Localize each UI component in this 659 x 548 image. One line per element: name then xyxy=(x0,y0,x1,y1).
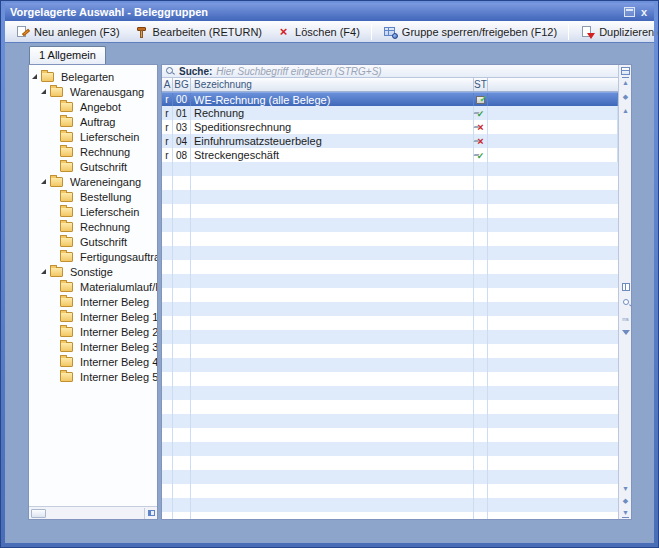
edit-icon xyxy=(134,25,149,39)
toolbar: Neu anlegen (F3) Bearbeiten (RETURN) × L… xyxy=(5,21,654,43)
cell-a: r xyxy=(162,148,173,162)
tree-horizontal-scrollbar[interactable] xyxy=(29,506,157,519)
tree-item-angebot[interactable]: Angebot xyxy=(29,99,157,114)
scroll-down-icon[interactable]: ▼ xyxy=(619,485,632,493)
edit-button[interactable]: Bearbeiten (RETURN) xyxy=(128,22,268,42)
search-rows-icon[interactable] xyxy=(619,299,632,307)
folder-icon xyxy=(60,372,73,382)
cell-bezeichnung: Rechnung xyxy=(191,106,474,120)
folder-icon xyxy=(60,192,73,202)
tree-item-sonstige[interactable]: Sonstige xyxy=(29,264,157,279)
new-document-icon xyxy=(15,25,30,39)
tree-item-interner-beleg-4[interactable]: Interner Beleg 4 (PPS) xyxy=(29,354,157,369)
tree-item-interner-beleg-3[interactable]: Interner Beleg 3 (PPS) xyxy=(29,339,157,354)
tree-item-interner-beleg-2[interactable]: Interner Beleg 2 (PPS) xyxy=(29,324,157,339)
tree-item-belegarten[interactable]: Belegarten xyxy=(29,69,157,84)
expander-icon[interactable] xyxy=(41,179,46,184)
tree-item-rechnung[interactable]: Rechnung xyxy=(29,144,157,159)
lock-group-button-label: Gruppe sperren/freigeben (F12) xyxy=(402,26,557,38)
tree-item-lieferschein[interactable]: Lieferschein xyxy=(29,129,157,144)
search-label: Suche: xyxy=(179,66,212,77)
scroll-up-icon[interactable]: ▲ xyxy=(619,107,632,115)
delete-button[interactable]: × Löschen (F4) xyxy=(270,22,366,42)
folder-icon xyxy=(50,87,63,97)
cell-bezeichnung: Streckengeschäft xyxy=(191,148,474,162)
table-row[interactable]: r 08 Streckengeschäft xyxy=(162,148,618,162)
tree-item-rechnung-we-selected[interactable]: Rechnung xyxy=(29,219,157,234)
folder-icon xyxy=(60,147,73,157)
table-row[interactable]: r 03 Speditionsrechnung xyxy=(162,120,618,134)
close-icon[interactable]: x xyxy=(639,7,649,17)
grid-search-row[interactable]: Suche: Hier Suchbegriff eingeben (STRG+S… xyxy=(162,65,631,78)
new-button[interactable]: Neu anlegen (F3) xyxy=(9,22,126,42)
folder-icon xyxy=(60,252,73,262)
tree-item-wareneingang[interactable]: Wareneingang xyxy=(29,174,157,189)
tree-item-warenausgang[interactable]: Warenausgang xyxy=(29,84,157,99)
cell-bezeichnung: Einfuhrumsatzsteuerbeleg xyxy=(191,134,474,148)
tree-item-gutschrift[interactable]: Gutschrift xyxy=(29,159,157,174)
restore-icon[interactable] xyxy=(624,7,635,17)
tree-item-gutschrift-we[interactable]: Gutschrift xyxy=(29,234,157,249)
folder-icon xyxy=(50,177,63,187)
scroll-marker-icon[interactable]: ◆ xyxy=(619,93,632,101)
dialog-window: Vorgelagerte Auswahl - Beleggruppen x Ne… xyxy=(0,0,659,548)
column-header-filler xyxy=(488,78,618,91)
delete-button-label: Löschen (F4) xyxy=(295,26,360,38)
cell-bg: 04 xyxy=(173,134,191,148)
cell-bg: 01 xyxy=(173,106,191,120)
column-header-bg[interactable]: BG xyxy=(173,78,191,91)
table-row[interactable]: r 04 Einfuhrumsatzsteuerbeleg xyxy=(162,134,618,148)
tree-item-interner-beleg[interactable]: Interner Beleg xyxy=(29,294,157,309)
cell-bg: 03 xyxy=(173,120,191,134)
duplicate-icon xyxy=(580,25,595,39)
folder-icon xyxy=(60,357,73,367)
folder-icon xyxy=(60,327,73,337)
tree-panel: Belegarten Warenausgang Angebot Auftrag … xyxy=(28,64,158,520)
records-count-icon[interactable]: ns xyxy=(619,315,632,323)
folder-icon xyxy=(60,207,73,217)
cell-bezeichnung: WE-Rechnung (alle Belege) xyxy=(191,93,474,106)
lock-group-button[interactable]: Gruppe sperren/freigeben (F12) xyxy=(377,22,563,42)
column-header-a[interactable]: A xyxy=(162,78,173,91)
duplicate-button[interactable]: Duplizieren (F8) xyxy=(574,22,659,42)
grid-tool-strip: ▲ ◆ ▲ ns ▼ ◆ ▼ xyxy=(618,65,631,519)
scroll-top-icon[interactable]: ▲ xyxy=(619,79,632,87)
tree-item-fertigungsauftrag[interactable]: Fertigungsauftrag (PPS) xyxy=(29,249,157,264)
scroll-bottom-icon[interactable]: ▼ xyxy=(619,509,632,517)
table-row[interactable]: r 00 WE-Rechnung (alle Belege) xyxy=(162,92,618,106)
cell-bg: 08 xyxy=(173,148,191,162)
expander-icon[interactable] xyxy=(32,74,37,79)
expander-icon[interactable] xyxy=(41,269,46,274)
columns-options-icon[interactable] xyxy=(619,283,632,293)
cell-a: r xyxy=(162,93,173,106)
client-area: Neu anlegen (F3) Bearbeiten (RETURN) × L… xyxy=(5,21,654,543)
duplicate-button-label: Duplizieren (F8) xyxy=(599,26,659,38)
scrollbar-thumb[interactable] xyxy=(31,509,46,518)
folder-icon xyxy=(60,342,73,352)
search-row-icon xyxy=(165,66,175,76)
cell-a: r xyxy=(162,120,173,134)
folder-icon xyxy=(60,282,73,292)
table-row[interactable]: r 01 Rechnung xyxy=(162,106,618,120)
folder-icon xyxy=(60,102,73,112)
cell-a: r xyxy=(162,134,173,148)
filter-icon[interactable] xyxy=(619,329,632,337)
column-chooser-icon[interactable] xyxy=(619,67,632,76)
search-placeholder: Hier Suchbegriff eingeben (STRG+S) xyxy=(216,66,381,77)
panel-toggle-button[interactable] xyxy=(144,508,157,519)
tree-item-materialumlauf[interactable]: Materialumlauf/Reparatur xyxy=(29,279,157,294)
tree-item-interner-beleg-1[interactable]: Interner Beleg 1 (PPS) xyxy=(29,309,157,324)
tree-item-auftrag[interactable]: Auftrag xyxy=(29,114,157,129)
folder-icon xyxy=(50,267,63,277)
tree-item-interner-beleg-5[interactable]: Interner Beleg 5 (PPS) xyxy=(29,369,157,384)
column-header-st[interactable]: ST xyxy=(474,78,488,91)
grid-panel: Suche: Hier Suchbegriff eingeben (STRG+S… xyxy=(161,64,632,520)
tree-item-lieferschein-we[interactable]: Lieferschein xyxy=(29,204,157,219)
cell-a: r xyxy=(162,106,173,120)
scroll-marker-bottom-icon[interactable]: ◆ xyxy=(619,497,632,505)
tree-item-bestellung[interactable]: Bestellung xyxy=(29,189,157,204)
tab-allgemein[interactable]: 1 Allgemein xyxy=(29,46,106,64)
expander-icon[interactable] xyxy=(41,89,46,94)
folder-icon xyxy=(41,72,54,82)
column-header-bezeichnung[interactable]: Bezeichnung xyxy=(191,78,474,91)
